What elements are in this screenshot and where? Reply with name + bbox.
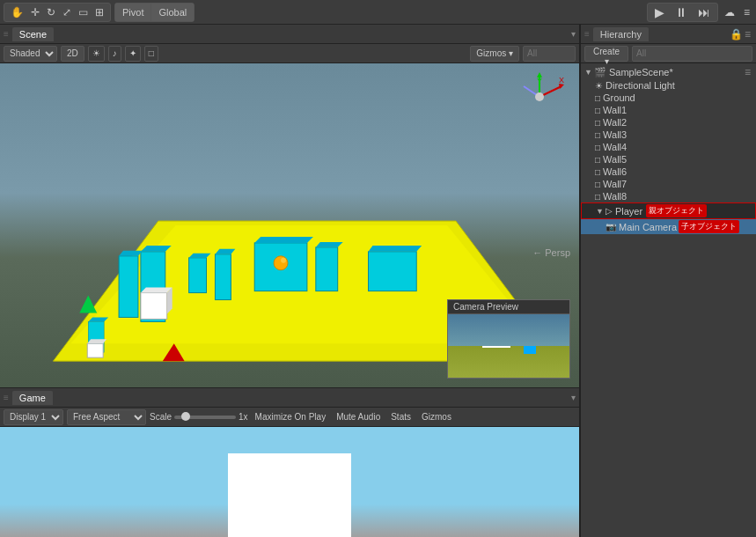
wall3-icon: □ (595, 130, 600, 140)
hierarchy-item-wall4[interactable]: □ Wall4 (581, 141, 756, 153)
scale-slider[interactable] (174, 416, 236, 419)
scene-tab[interactable]: Scene (12, 27, 54, 41)
svg-rect-20 (141, 293, 167, 320)
camera-preview-viewport (448, 314, 569, 378)
scene-toolbar: Shaded 2D ☀ ♪ ✦ □ Gizmos ▾ (0, 44, 579, 63)
hierarchy-item-ground[interactable]: □ Ground (581, 92, 756, 104)
game-tab-bar: ≡ Game ▾ (0, 388, 579, 408)
hierarchy-menu-btn[interactable]: ≡ (743, 28, 752, 40)
scale-tool-btn[interactable]: ⤢ (60, 5, 74, 19)
layers-btn[interactable]: ≡ (741, 5, 752, 19)
hierarchy-item-directionallight[interactable]: ☀ Directional Light (581, 79, 756, 92)
transform-tools-group: ✋ ✛ ↻ ⤢ ▭ ⊞ (4, 3, 111, 22)
effects-btn[interactable]: ✦ (125, 46, 141, 62)
move-tool-btn[interactable]: ✛ (28, 5, 42, 19)
player-annotation-label: 親オブジェクト (646, 204, 707, 217)
scene-collapse-btn[interactable]: ▾ (571, 29, 576, 39)
svg-rect-4 (119, 256, 138, 318)
maximize-on-play-btn[interactable]: Maximize On Play (252, 411, 330, 423)
game-panel: ≡ Game ▾ Display 1 Free Aspect Scale 1x (0, 387, 580, 537)
hidden-objects-btn[interactable]: □ (144, 46, 158, 62)
scene-menu[interactable]: ≡ (743, 66, 752, 78)
game-viewport (0, 427, 579, 537)
hierarchy-item-player[interactable]: ▼ ▷ Player 親オブジェクト (581, 202, 756, 219)
pivot-btn[interactable]: Pivot (115, 4, 150, 21)
wall6-label: Wall6 (603, 166, 627, 177)
wall7-icon: □ (595, 180, 600, 189)
hand-tool-btn[interactable]: ✋ (8, 5, 26, 19)
pivot-label: Pivot (122, 7, 143, 18)
svg-marker-11 (369, 246, 422, 252)
game-tab[interactable]: Game (12, 391, 53, 405)
svg-rect-8 (316, 247, 338, 291)
wall2-icon: □ (595, 118, 600, 128)
wall2-label: Wall2 (603, 117, 627, 128)
wall5-icon: □ (595, 155, 600, 165)
scene-arrow: ▼ (584, 68, 592, 77)
player-arrow: ▼ (596, 207, 604, 216)
player-row-container: ▼ ▷ Player 親オブジェクト 📷 Main Camera 子オブジェクト (581, 202, 756, 234)
svg-marker-21 (141, 288, 172, 293)
directional-light-icon: ☀ (595, 81, 603, 91)
hierarchy-item-maincamera[interactable]: 📷 Main Camera 子オブジェクト (581, 219, 756, 234)
hierarchy-tab[interactable]: Hierarchy (593, 27, 649, 41)
wall6-icon: □ (595, 167, 600, 177)
svg-rect-27 (87, 343, 103, 357)
scene-tab-bar: ≡ Scene ▾ (0, 25, 579, 44)
shade-mode-select[interactable]: Shaded (4, 46, 57, 62)
hierarchy-item-wall6[interactable]: □ Wall6 (581, 166, 756, 178)
aspect-select[interactable]: Free Aspect (67, 409, 146, 425)
svg-text:Y: Y (537, 77, 542, 85)
scale-label: Scale (150, 412, 172, 422)
rotate-tool-btn[interactable]: ↻ (44, 5, 58, 19)
wall3-label: Wall3 (603, 129, 627, 140)
hierarchy-panel: ≡ Hierarchy 🔒 ≡ Create ▾ ▼ 🎬 SampleScene… (580, 25, 756, 537)
hierarchy-item-wall2[interactable]: □ Wall2 (581, 116, 756, 129)
step-btn[interactable]: ⏭ (694, 5, 714, 19)
combined-tool-btn[interactable]: ⊞ (92, 5, 106, 19)
hierarchy-drag-handle: ≡ (584, 29, 590, 39)
account-btn[interactable]: ☁ (722, 5, 738, 19)
audio-btn[interactable]: ♪ (108, 46, 121, 62)
pause-btn[interactable]: ⏸ (672, 5, 691, 19)
game-gizmos-btn[interactable]: Gizmos (418, 411, 455, 423)
camera-preview-window: Camera Preview (447, 299, 570, 379)
hierarchy-scene-row[interactable]: ▼ 🎬 SampleScene* ≡ (581, 65, 756, 79)
game-white-area (228, 453, 351, 537)
main-camera-annotation-label: 子オブジェクト (679, 220, 739, 233)
hierarchy-item-wall3[interactable]: □ Wall3 (581, 129, 756, 141)
svg-point-36 (535, 92, 544, 101)
global-label: Global (158, 7, 187, 18)
lights-btn[interactable]: ☀ (88, 46, 105, 62)
wall4-icon: □ (595, 143, 600, 152)
scale-value: 1x (239, 412, 248, 422)
global-btn[interactable]: Global (151, 4, 194, 21)
player-icon: ▷ (606, 206, 613, 216)
2d-toggle-btn[interactable]: 2D (61, 46, 84, 62)
create-btn[interactable]: Create ▾ (584, 46, 628, 62)
svg-point-25 (274, 256, 288, 270)
play-btn[interactable]: ▶ (651, 5, 668, 19)
hierarchy-item-wall5[interactable]: □ Wall5 (581, 153, 756, 166)
hierarchy-item-wall1[interactable]: □ Wall1 (581, 104, 756, 116)
hierarchy-search-input[interactable] (632, 46, 752, 62)
wall1-label: Wall1 (603, 105, 627, 115)
scene-viewport[interactable]: Y X ← Persp Camera Previ (0, 63, 579, 387)
gizmos-btn[interactable]: Gizmos ▾ (470, 46, 519, 62)
display-select[interactable]: Display 1 (4, 409, 63, 425)
wall4-label: Wall4 (603, 142, 627, 152)
rect-tool-btn[interactable]: ▭ (76, 5, 91, 19)
top-toolbar: ✋ ✛ ↻ ⤢ ▭ ⊞ Pivot Global ▶ ⏸ ⏭ ☁ ≡ (0, 0, 756, 25)
player-label: Player (615, 206, 642, 217)
mute-audio-btn[interactable]: Mute Audio (333, 411, 384, 423)
scene-panel: ≡ Scene ▾ Shaded 2D ☀ ♪ ✦ □ Gizmos ▾ (0, 25, 580, 387)
gizmo-axes: Y X (513, 70, 566, 123)
hierarchy-lock-btn[interactable]: 🔒 (730, 28, 743, 40)
hierarchy-item-wall7[interactable]: □ Wall7 (581, 178, 756, 190)
hierarchy-item-wall8[interactable]: □ Wall8 (581, 190, 756, 202)
stats-btn[interactable]: Stats (387, 411, 415, 423)
hierarchy-tab-bar: ≡ Hierarchy 🔒 ≡ (581, 25, 756, 44)
scene-search-input[interactable] (523, 46, 576, 62)
game-collapse-btn[interactable]: ▾ (571, 393, 576, 402)
hierarchy-toolbar: Create ▾ (581, 44, 756, 63)
